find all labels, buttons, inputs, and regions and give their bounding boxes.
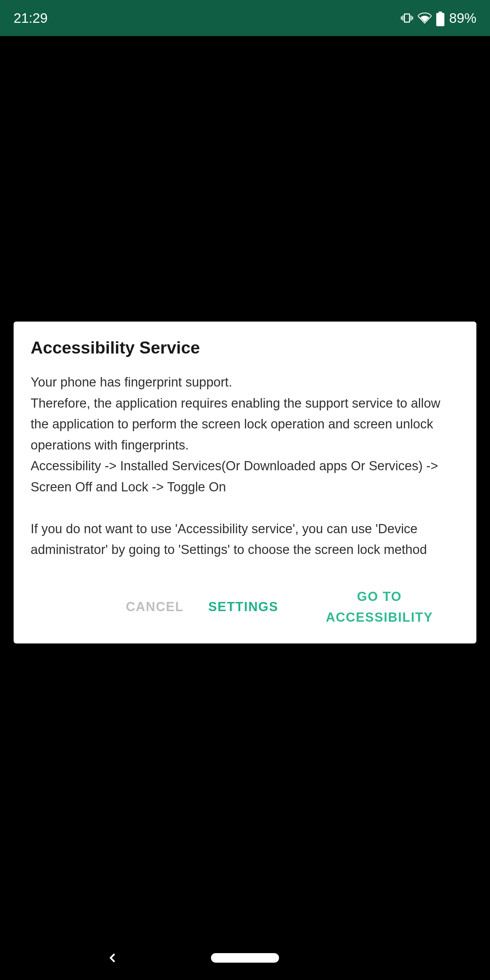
status-right-group: 89% [401, 11, 476, 26]
cancel-button[interactable]: CANCEL [123, 594, 187, 620]
status-bar: 21:29 89% [0, 0, 490, 36]
vibrate-icon [401, 12, 413, 24]
home-pill[interactable] [211, 953, 279, 963]
dialog-actions: CANCEL SETTINGS GO TO ACCESSIBILITY [30, 581, 460, 633]
dialog-title: Accessibility Service [30, 338, 460, 358]
battery-percent: 89% [449, 11, 476, 26]
goto-accessibility-button[interactable]: GO TO ACCESSIBILITY [299, 581, 460, 633]
accessibility-dialog: Accessibility Service Your phone has fin… [14, 321, 476, 643]
navigation-bar [0, 936, 490, 980]
settings-button[interactable]: SETTINGS [205, 594, 282, 620]
wifi-icon [418, 11, 431, 25]
battery-icon [436, 11, 444, 25]
dialog-body: Your phone has fingerprint support. Ther… [30, 372, 460, 560]
status-time: 21:29 [14, 11, 48, 26]
back-icon[interactable] [105, 951, 119, 965]
